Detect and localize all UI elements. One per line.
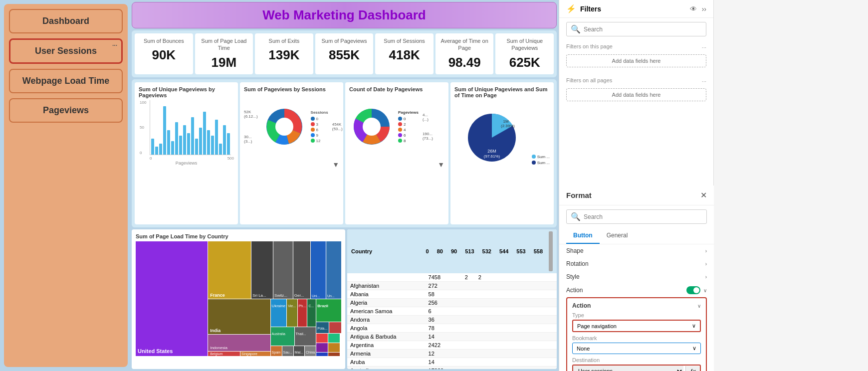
tab-general[interactable]: General xyxy=(600,228,635,244)
pie1-legend-0: 0 xyxy=(316,117,318,121)
action-toggle[interactable] xyxy=(686,286,700,294)
treemap-section: Sum of Page Load Time by Country United … xyxy=(132,229,345,369)
country-afghanistan: Afghanistan xyxy=(347,282,426,290)
format-search-icon: 🔍 xyxy=(571,212,581,221)
destination-input[interactable]: User sessions ƒx xyxy=(572,365,701,371)
treemap-uni1-label: Uni... xyxy=(312,294,320,298)
table-row: 7458 2 2 xyxy=(347,273,557,282)
table-col-544: 544 xyxy=(499,248,508,254)
table-row: Antigua & Barbuda 14 xyxy=(347,333,557,341)
combo-chart-title: Sum of Unique Pageviews and Sum of Time … xyxy=(454,86,550,98)
treemap-c-label: C... xyxy=(308,304,314,308)
type-select[interactable]: Page navigation ∨ xyxy=(572,320,701,332)
pie1-expand-icon[interactable]: ▼ xyxy=(332,161,339,169)
action-inner-chevron: ∨ xyxy=(697,303,701,309)
action-section-header[interactable]: Action ∨ xyxy=(559,283,714,297)
bookmark-select[interactable]: None ∨ xyxy=(572,343,701,354)
shape-section[interactable]: Shape › xyxy=(559,244,714,257)
type-row: Type Page navigation ∨ xyxy=(572,312,701,332)
filters-panel: ⚡ Filters 👁 ›› 🔍 Filters on this page ··… xyxy=(559,0,714,186)
bar-7 xyxy=(175,122,178,154)
table-cell-2a: 2 xyxy=(462,273,475,282)
country-aruba: Aruba xyxy=(347,358,426,367)
bar-13 xyxy=(199,128,202,155)
table-cell-blank xyxy=(347,273,426,282)
sidebar-item-user-sessions[interactable]: ··· User Sessions xyxy=(9,38,123,64)
treemap-cell-sau: Sau... xyxy=(282,346,293,356)
bar-19 xyxy=(223,125,226,155)
table-section: Country 0 80 90 513 532 544 553 558 7458 xyxy=(347,229,557,369)
table-col-513: 513 xyxy=(465,248,474,254)
treemap-sau-label: Sau... xyxy=(283,351,292,354)
filters-search-box[interactable]: 🔍 xyxy=(566,22,706,36)
sidebar-item-dashboard[interactable]: Dashboard xyxy=(9,9,123,33)
rotation-section[interactable]: Rotation › xyxy=(559,257,714,270)
treemap-cell-indonesia: Indonesia xyxy=(208,335,270,351)
country-albania: Albania xyxy=(347,290,426,299)
bar-8 xyxy=(179,136,182,154)
treemap-cell-spain: Spain xyxy=(271,346,282,356)
treemap-cell-uni1: Uni... xyxy=(311,241,326,299)
sidebar-item-label: Webpage Load Time xyxy=(22,76,109,86)
pie-chart1 xyxy=(262,104,307,149)
sidebar-item-pageviews[interactable]: Pageviews xyxy=(9,98,123,123)
kpi-sessions-value: 418K xyxy=(380,47,429,63)
format-search-box[interactable]: 🔍 xyxy=(566,209,707,224)
add-fields-all-button[interactable]: Add data fields here xyxy=(566,88,706,101)
pie1-left-label: 52K(6.12...) xyxy=(244,110,258,119)
pie2-expand-icon[interactable]: ▼ xyxy=(437,161,444,169)
table-row: Aruba 14 xyxy=(347,358,557,367)
bar-y-50: 50 xyxy=(140,125,146,130)
tab-button[interactable]: Button xyxy=(566,228,600,244)
treemap-cell-vie: Vie... xyxy=(287,299,297,327)
treemap-cell-france: France xyxy=(208,241,251,299)
destination-select[interactable]: User sessions xyxy=(573,366,683,371)
treemap-us-label: United States xyxy=(138,348,173,354)
format-panel-header: Format ✕ xyxy=(559,186,714,205)
kpi-pageviews: Sum of Pageviews 855K xyxy=(315,33,374,74)
format-search-input[interactable] xyxy=(584,213,702,220)
filters-icons: 👁 ›› xyxy=(690,5,706,13)
treemap-ger-label: Ger... xyxy=(294,293,304,298)
country-algeria: Algeria xyxy=(347,299,426,307)
type-value: Page navigation xyxy=(577,323,617,329)
close-icon[interactable]: ✕ xyxy=(700,190,707,200)
kpi-avg-time-label: Average of Time on Page xyxy=(440,37,489,52)
kpi-unique-pv: Sum of Unique Pageviews 625K xyxy=(495,33,554,74)
style-section[interactable]: Style › xyxy=(559,270,714,283)
treemap-indonesia-label: Indonesia xyxy=(210,346,227,350)
format-tab-row: Button General xyxy=(559,228,714,244)
country-argentina: Argentina xyxy=(347,341,426,350)
treemap-belgium-label: Belgium xyxy=(210,352,222,356)
bar-chart-title: Sum of Unique Pageviews by Pageviews xyxy=(139,86,234,98)
chevron-right-icon: ›› xyxy=(702,5,706,13)
scroll-bar[interactable] xyxy=(549,231,553,271)
table-wrapper[interactable]: 7458 2 2 Afghanistan 272 Albania 58 xyxy=(347,273,557,369)
treemap-un2-label: Un... xyxy=(327,294,335,298)
destination-fx-button[interactable]: ƒx xyxy=(685,366,700,371)
combo-legend-1: Sum ... xyxy=(537,155,550,159)
svg-text:(2.39%): (2.39%) xyxy=(501,124,515,128)
bottom-row: Sum of Page Load Time by Country United … xyxy=(132,229,557,369)
filters-all-pages-more[interactable]: ··· xyxy=(702,78,706,84)
bar-2 xyxy=(155,147,158,155)
bar-5 xyxy=(167,130,170,154)
sidebar-item-webpage-load-time[interactable]: Webpage Load Time xyxy=(9,69,123,93)
sidebar-item-label: User Sessions xyxy=(35,46,97,56)
country-antigua: Antigua & Barbuda xyxy=(347,333,426,341)
filters-search-input[interactable] xyxy=(584,26,702,33)
treemap-chart: United States France Sri La... Switz... xyxy=(136,241,341,356)
bar-18 xyxy=(219,144,222,154)
add-fields-page-button[interactable]: Add data fields here xyxy=(566,54,706,67)
kpi-exits-value: 139K xyxy=(260,47,308,63)
bar-4 xyxy=(163,106,166,154)
filters-on-page-more[interactable]: ··· xyxy=(702,44,706,50)
treemap-right: France Sri La... Switz... Ger... Uni... xyxy=(208,241,341,356)
bookmark-label: Bookmark xyxy=(572,335,701,341)
treemap-srila-label: Sri La... xyxy=(252,293,266,298)
table-cell-2b: 2 xyxy=(475,273,489,282)
table-row: Afghanistan 272 xyxy=(347,282,557,290)
format-panel-title: Format xyxy=(566,191,592,199)
type-select-chevron: ∨ xyxy=(692,323,696,329)
treemap-cell-ger: Ger... xyxy=(293,241,310,299)
